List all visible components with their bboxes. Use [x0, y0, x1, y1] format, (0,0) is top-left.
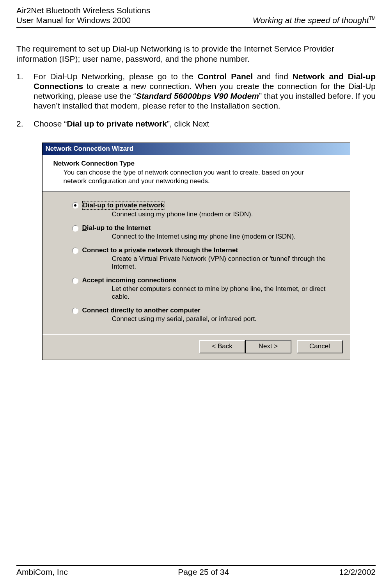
- wizard-heading: Network Connection Type: [43, 160, 350, 168]
- footer-center: Page 25 of 34: [178, 567, 229, 577]
- option-label[interactable]: Accept incoming connections: [82, 276, 177, 284]
- radio-button[interactable]: [72, 278, 78, 284]
- intro-paragraph: The requirement to set up Dial-up Networ…: [16, 44, 376, 63]
- option-label[interactable]: Dial-up to private network: [82, 201, 165, 210]
- option-description: Let other computers connect to mine by p…: [72, 284, 350, 301]
- header-line1: Air2Net Bluetooth Wireless Solutions: [16, 5, 150, 15]
- cancel-button[interactable]: Cancel: [297, 340, 343, 353]
- option-2: Connect to a private network through the…: [43, 245, 350, 275]
- header-divider: [16, 27, 376, 28]
- option-0: Dial-up to private networkConnect using …: [43, 200, 350, 223]
- page-footer: AmbiCom, Inc Page 25 of 34 12/2/2002: [0, 565, 392, 583]
- header-line2: User Manual for Windows 2000: [16, 15, 150, 25]
- step-2: 2. Choose “Dial up to private network”, …: [16, 119, 376, 128]
- option-label[interactable]: Dial-up to the Internet: [82, 224, 151, 232]
- option-label[interactable]: Connect directly to another computer: [82, 307, 200, 314]
- step-text: For Dial-Up Networking, please go to the…: [34, 71, 376, 111]
- option-label[interactable]: Connect to a private network through the…: [82, 246, 238, 254]
- step-1: 1. For Dial-Up Networking, please go to …: [16, 71, 376, 111]
- next-button[interactable]: Next >: [245, 340, 291, 353]
- connection-type-options: Dial-up to private networkConnect using …: [43, 192, 350, 334]
- option-description: Create a Virtual Private Network (VPN) c…: [72, 254, 350, 271]
- step-text: Choose “Dial up to private network”, cli…: [34, 119, 376, 128]
- network-connection-wizard: Network Connection Wizard Network Connec…: [42, 143, 350, 360]
- header-left: Air2Net Bluetooth Wireless Solutions Use…: [16, 5, 150, 25]
- radio-button[interactable]: [72, 202, 78, 209]
- option-3: Accept incoming connectionsLet other com…: [43, 275, 350, 305]
- back-button[interactable]: < Back: [199, 340, 245, 353]
- wizard-titlebar: Network Connection Wizard: [43, 143, 350, 155]
- option-description: Connect to the Internet using my phone l…: [72, 232, 350, 241]
- option-description: Connect using my phone line (modem or IS…: [72, 210, 350, 218]
- footer-right: 12/2/2002: [339, 567, 376, 577]
- header-right: Working at the speed of thoughtTM: [253, 16, 376, 25]
- radio-button[interactable]: [72, 225, 78, 232]
- option-1: Dial-up to the InternetConnect to the In…: [43, 223, 350, 245]
- radio-button[interactable]: [72, 248, 78, 254]
- step-number: 1.: [16, 71, 34, 111]
- option-description: Connect using my serial, parallel, or in…: [72, 314, 350, 323]
- footer-left: AmbiCom, Inc: [16, 567, 68, 577]
- wizard-subheading: You can choose the type of network conne…: [43, 168, 350, 185]
- option-4: Connect directly to another computerConn…: [43, 305, 350, 327]
- step-number: 2.: [16, 119, 34, 128]
- radio-button[interactable]: [72, 308, 78, 314]
